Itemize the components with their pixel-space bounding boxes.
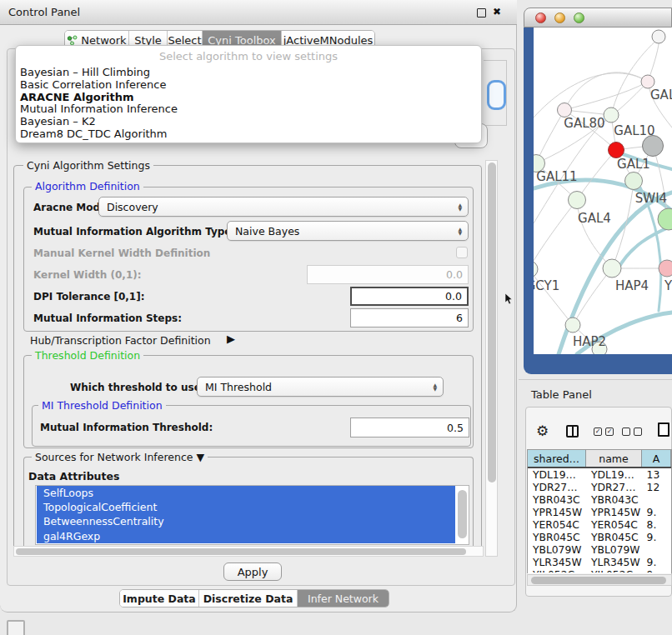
attribute-item-selfloops[interactable]: SelfLoops	[37, 486, 455, 500]
attributes-list-scrollbar[interactable]	[458, 490, 467, 538]
table-cell: 9.	[642, 532, 671, 543]
algorithm-option-basic-correlation-inference[interactable]: Basic Correlation Inference	[16, 79, 481, 92]
network-node-gcy1[interactable]	[534, 261, 538, 278]
attribute-item-topologicalcoefficient[interactable]: TopologicalCoefficient	[37, 500, 455, 514]
table-row[interactable]: YPR145WYPR145W9.	[528, 506, 671, 518]
algorithm-definition-title: Algorithm Definition	[32, 180, 143, 192]
network-node-gal10[interactable]	[604, 108, 619, 122]
bottom-tab-infer-network[interactable]: Infer Network	[298, 590, 389, 607]
manual-kernel-label: Manual Kernel Width Definition	[33, 248, 210, 259]
network-node-hap2[interactable]	[565, 318, 580, 332]
attribute-item-gal4rgexp[interactable]: gal4RGexp	[37, 529, 455, 543]
which-threshold-select[interactable]: MI Threshold ▲▼	[197, 377, 444, 397]
network-node-gal4[interactable]	[569, 192, 586, 209]
desktop: Control Panel ✖ NetworkStyleSelectCyni T…	[0, 0, 672, 635]
hidden-groupbox-edge	[506, 60, 507, 125]
table-hscroll-thumb[interactable]	[531, 577, 666, 584]
algorithm-option-bayesian-k2[interactable]: Bayesian – K2	[16, 116, 481, 128]
document-icon[interactable]	[658, 422, 669, 437]
hub-definition-label: Hub/Transcription Factor Definition	[30, 334, 211, 347]
table-row[interactable]: YER054CYER054C8.	[528, 518, 671, 531]
algorithm-option-mutual-information-inference[interactable]: Mutual Information Inference	[16, 103, 481, 116]
settings-hscroll-thumb[interactable]	[16, 548, 466, 555]
table-row[interactable]: YLR345WYLR345W9.	[528, 556, 671, 568]
control-panel-titlebar[interactable]: Control Panel ✖	[0, 0, 517, 25]
network-node-gal80[interactable]	[558, 103, 572, 118]
network-node-gray-node[interactable]	[643, 136, 664, 157]
node-label-y: Y	[664, 278, 672, 293]
table-row[interactable]: YIL052CYIL052C9	[528, 568, 671, 572]
mi-algorithm-type-select[interactable]: Naive Bayes ▲▼	[227, 221, 469, 241]
network-icon	[67, 35, 78, 46]
attribute-item-betweennesscentrality[interactable]: BetweennessCentrality	[37, 514, 455, 528]
network-node-gal8[interactable]	[641, 75, 654, 88]
column-header-a[interactable]: A	[642, 450, 671, 467]
hidden-groupbox-edge	[484, 125, 507, 126]
data-attributes-label: Data Attributes	[28, 470, 119, 482]
table-row[interactable]: YBR043CYBR043C	[528, 493, 671, 506]
mi-threshold-field[interactable]: 0.5	[350, 418, 469, 438]
table-row[interactable]: YBL079WYBL079W	[528, 543, 671, 556]
apply-button[interactable]: Apply	[223, 562, 282, 581]
mi-steps-field[interactable]: 6	[350, 308, 469, 328]
node-label-gal8: GAL8	[650, 88, 672, 102]
table-cell: YLR345W	[586, 557, 642, 568]
network-node-hap4[interactable]	[603, 259, 621, 278]
collapse-triangle-icon[interactable]: ▼	[196, 451, 204, 463]
table-horizontal-scrollbar[interactable]	[527, 574, 672, 586]
network-node-green-right[interactable]	[658, 208, 672, 230]
network-node-pink-right[interactable]	[659, 260, 672, 277]
split-columns-icon[interactable]	[566, 425, 579, 438]
corner-widget[interactable]	[7, 620, 25, 635]
settings-horizontal-scrollbar[interactable]	[13, 546, 484, 557]
minimize-traffic-light[interactable]	[554, 12, 565, 23]
table-row[interactable]: YDL19…YDL19…13	[528, 468, 671, 481]
column-header-name[interactable]: name	[586, 450, 642, 467]
algorithm-option-aracne-algorithm[interactable]: ARACNE Algorithm	[16, 92, 481, 104]
float-icon[interactable]	[477, 8, 486, 18]
mi-algorithm-type-value: Naive Bayes	[235, 225, 299, 238]
table-row[interactable]: YDR27…YDR27…12	[528, 481, 671, 493]
bottom-tab-discretize-data[interactable]: Discretize Data	[199, 590, 298, 607]
close-traffic-light[interactable]	[535, 12, 546, 23]
close-icon[interactable]: ✖	[493, 6, 501, 18]
mi-steps-label: Mutual Information Steps:	[33, 312, 182, 324]
zoom-traffic-light[interactable]	[574, 12, 584, 23]
data-attributes-list[interactable]: SelfLoopsTopologicalCoefficientBetweenne…	[35, 485, 469, 545]
mi-threshold-title: MI Threshold Definition	[38, 399, 166, 412]
network-node-red-node[interactable]	[609, 142, 624, 158]
table-cell: 12	[642, 482, 671, 493]
network-node-partial-top[interactable]	[652, 30, 665, 43]
cyni-bottom-tabs: Impute DataDiscretize DataInfer Network	[119, 589, 389, 608]
node-label-hap4: HAP4	[615, 278, 649, 293]
table-cell: 9.	[642, 507, 671, 518]
table-cell: 13	[642, 469, 671, 481]
hidden-groupbox-edge	[484, 60, 507, 61]
bottom-tab-impute-data[interactable]: Impute Data	[120, 590, 199, 607]
aracne-mode-select[interactable]: Discovery ▲▼	[98, 197, 469, 217]
manual-kernel-checkbox[interactable]	[456, 247, 468, 258]
kernel-width-label: Kernel Width (0,1):	[33, 269, 142, 281]
column-header-shared[interactable]: shared…	[528, 450, 586, 467]
node-label-gal4: GAL4	[578, 211, 611, 226]
table-row[interactable]: YBR045CYBR045C9.	[528, 531, 671, 543]
unchecked-columns-icon[interactable]	[622, 428, 642, 436]
table-cell: YBR045C	[528, 532, 586, 543]
dpi-tolerance-field[interactable]: 0.0	[350, 287, 469, 306]
network-canvas[interactable]: GAL8GAL80GAL10GAL1GAL11SWI4GAL4GCY1HAP4Y…	[534, 28, 672, 354]
node-label-gal1: GAL1	[617, 157, 650, 172]
settings-vertical-scrollbar[interactable]	[485, 160, 498, 557]
algorithm-option-bayesian-hill-climbing[interactable]: Bayesian – Hill Climbing	[16, 67, 481, 79]
dpi-tolerance-label: DPI Tolerance [0,1]:	[33, 291, 145, 302]
algorithm-option-dream8-dc-tdc-algorithm[interactable]: Dream8 DC_TDC Algorithm	[16, 128, 481, 141]
network-window-titlebar[interactable]	[524, 8, 672, 28]
settings-vscroll-thumb[interactable]	[488, 162, 496, 482]
checked-columns-icon[interactable]: ✓✓	[594, 428, 614, 436]
spinner-arrows-icon: ▲▼	[433, 382, 437, 391]
network-node-gal1[interactable]	[625, 172, 643, 190]
kernel-width-field[interactable]: 0.0	[307, 265, 469, 284]
gear-icon[interactable]: ⚙	[536, 422, 549, 439]
threshold-definition-title: Threshold Definition	[32, 349, 143, 362]
table-panel-divider	[519, 379, 672, 380]
expand-triangle-icon[interactable]: ▶	[227, 332, 235, 345]
